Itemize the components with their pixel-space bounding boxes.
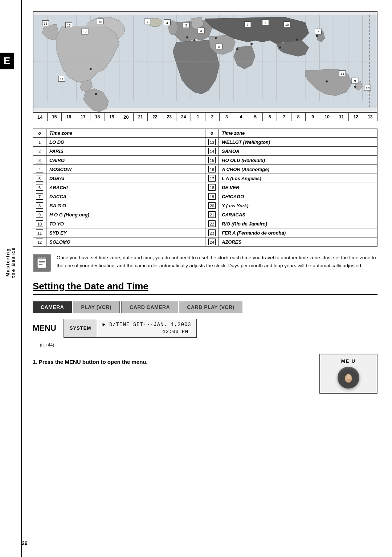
tz-name-23: FER A (Fernando de oronha): [219, 228, 377, 237]
tab-camera[interactable]: CAMERA: [33, 301, 72, 313]
svg-point-63: [193, 39, 195, 41]
tz-cell-15: 15: [48, 113, 62, 121]
table-row: 13 WELLGT (Wellington): [205, 138, 377, 147]
timezone-table-container: o Time zone 1 LO DO 2 PARIS 3 CA: [33, 129, 377, 247]
tz-num-19: 19: [205, 192, 219, 201]
tz-name-7: DACCA: [46, 192, 205, 201]
tz-name-4: MOSCOW: [46, 165, 205, 174]
svg-point-73: [95, 93, 97, 95]
tz-name-21: CARACAS: [219, 210, 377, 219]
svg-point-70: [326, 80, 328, 82]
tab-card-camera[interactable]: CARD CAMERA: [122, 301, 178, 313]
svg-text:7: 7: [247, 23, 249, 27]
tz-name-11: SYD EY: [46, 228, 205, 237]
menu-screen: SYSTEM ► D/TIME SET···JAN. 1,2003 12:00 …: [64, 319, 197, 338]
menu-system-label: SYSTEM: [64, 319, 97, 337]
note-icon: [33, 254, 51, 272]
th-num-left: o: [33, 129, 46, 138]
sidebar-letter: E: [0, 53, 14, 69]
tz-num-10: 10: [33, 219, 46, 228]
svg-text:14: 14: [60, 77, 64, 81]
tz-cell-20: 20: [119, 113, 134, 121]
tz-cell-19: 19: [105, 113, 119, 121]
tz-num-2: 2: [33, 147, 46, 156]
tz-name-16: A CHOR (Anchorage): [219, 165, 377, 174]
world-map: 16 16 17 16 14 7 4 3 3: [33, 11, 377, 113]
mode-tabs-right: CARD CAMERA CARD PLAY (VCR): [122, 301, 242, 313]
tz-cell-24: 24: [176, 113, 191, 121]
tab-play-vcr[interactable]: PLAY (VCR): [73, 301, 119, 313]
svg-point-72: [90, 68, 92, 70]
tz-cell-8: 8: [291, 113, 306, 121]
svg-point-83: [41, 257, 42, 259]
tz-cell-1: 1: [191, 113, 205, 121]
tz-cell-22: 22: [148, 113, 162, 121]
th-zone-left: Time zone: [46, 129, 205, 138]
tz-num-12: 12: [33, 237, 46, 247]
tz-num-1: 1: [33, 138, 46, 147]
table-row: 1 LO DO: [33, 138, 205, 147]
tz-num-21: 21: [205, 210, 219, 219]
tz-num-5: 5: [33, 174, 46, 183]
tz-name-24: AZORES: [219, 237, 377, 247]
step-1-text: 1. Press the MENU button to open the men…: [33, 359, 148, 365]
tz-name-22: RIO (Rio de Janeiro): [219, 219, 377, 228]
main-content: 16 16 17 16 14 7 4 3 3: [22, 0, 392, 557]
svg-text:16: 16: [98, 20, 102, 24]
table-row: 24 AZORES: [205, 237, 377, 247]
tz-cell-5: 5: [248, 113, 263, 121]
table-row: 14 SAMOA: [205, 147, 377, 156]
tz-num-15: 15: [205, 156, 219, 165]
tz-name-12: SOLOMO: [46, 237, 205, 247]
th-zone-right: Time zone: [219, 129, 377, 138]
tz-num-11: 11: [33, 228, 46, 237]
menu-label: MENU: [33, 324, 56, 333]
table-row: 21 CARACAS: [205, 210, 377, 219]
tz-name-2: PARIS: [46, 147, 205, 156]
table-row: 17 L A (Los Angeles): [205, 174, 377, 183]
tz-name-18: DE VER: [219, 183, 377, 192]
svg-point-64: [215, 37, 217, 39]
note-text: Once you have set time zone, date and ti…: [57, 254, 377, 269]
tab-card-play-vcr[interactable]: CARD PLAY (VCR): [179, 301, 242, 313]
svg-text:6: 6: [265, 21, 266, 25]
page-number: 26: [22, 540, 28, 546]
tz-num-17: 17: [205, 174, 219, 183]
tz-name-20: Y ( ew York): [219, 201, 377, 210]
tz-cell-4: 4: [234, 113, 249, 121]
svg-point-87: [347, 374, 350, 379]
tz-num-18: 18: [205, 183, 219, 192]
tz-cell-9: 9: [306, 113, 320, 121]
tz-cell-21: 21: [134, 113, 148, 121]
th-num-right: o: [205, 129, 219, 138]
table-row: 22 RIO (Rio de Janeiro): [205, 219, 377, 228]
menu-value-line2: 12:00 PM: [163, 329, 191, 335]
svg-point-66: [250, 43, 253, 45]
table-row: 3 CAIRO: [33, 156, 205, 165]
sidebar-rotated-text: Mastering the Basics: [5, 247, 16, 278]
mode-tabs-left: CAMERA PLAY (VCR): [33, 301, 119, 313]
tz-name-15: HO OLU (Honolulu): [219, 156, 377, 165]
tz-cell-7: 7: [277, 113, 291, 121]
tz-name-9: H O G (Hong ong): [46, 210, 205, 219]
table-row: 23 FER A (Fernando de oronha): [205, 228, 377, 237]
menu-button-circle: [338, 367, 359, 389]
tz-num-3: 3: [33, 156, 46, 165]
table-row: 19 CHICAGO: [205, 192, 377, 201]
menu-display: MENU SYSTEM ► D/TIME SET···JAN. 1,2003 1…: [33, 319, 197, 338]
tz-name-5: DUBAI: [46, 174, 205, 183]
tz-cell-14: 14: [33, 113, 48, 121]
menu-ref: (□□ 44): [40, 342, 54, 347]
tz-num-14: 14: [205, 147, 219, 156]
svg-point-68: [296, 38, 298, 41]
table-row: 18 DE VER: [205, 183, 377, 192]
svg-text:3: 3: [185, 24, 187, 27]
tz-cell-18: 18: [90, 113, 105, 121]
svg-text:9: 9: [354, 79, 356, 83]
tz-num-9: 9: [33, 210, 46, 219]
svg-text:7: 7: [147, 20, 148, 24]
table-row: 4 MOSCOW: [33, 165, 205, 174]
tz-cell-3: 3: [220, 113, 234, 121]
table-row: 6 ARACHI: [33, 183, 205, 192]
table-row: 11 SYD EY: [33, 228, 205, 237]
